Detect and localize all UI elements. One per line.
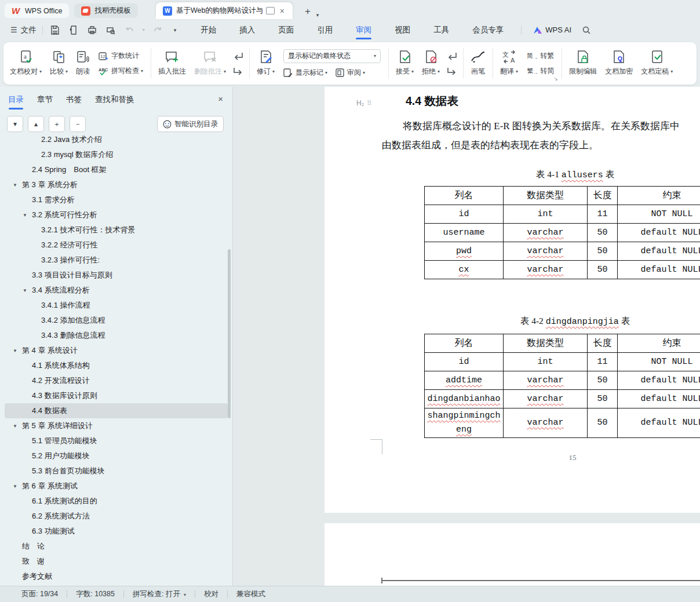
toc-item[interactable]: 5.2 用户功能模块: [5, 448, 228, 464]
tab-current-document[interactable]: W 基于Web的购物网站设计与实 ×: [156, 2, 293, 19]
table-cell[interactable]: id: [425, 353, 504, 371]
toc-item[interactable]: 3.3 项目设计目标与原则: [5, 268, 228, 283]
header-cell[interactable]: 列名: [425, 187, 504, 205]
to-traditional-button[interactable]: 简→ 转繁: [527, 50, 554, 61]
tab-list-chevron-icon[interactable]: ▾: [316, 12, 319, 19]
table-cell[interactable]: id: [425, 205, 504, 224]
toc-item[interactable]: 4.2 开发流程设计: [5, 373, 228, 388]
toc-item[interactable]: 4.3 数据库设计原则: [5, 388, 228, 403]
menu-tab-开始[interactable]: 开始: [189, 19, 228, 41]
toolbar-chevron-icon[interactable]: ▾: [174, 27, 177, 33]
table-caption[interactable]: 表 4-1 allusers 表: [424, 169, 700, 181]
show-markup-button[interactable]: 显示标记▾: [283, 67, 327, 78]
toc-item[interactable]: 5.1 管理员功能模块: [5, 433, 228, 448]
table-cell[interactable]: default NULL: [618, 408, 700, 438]
menu-tab-引用[interactable]: 引用: [305, 19, 344, 41]
toc-item[interactable]: 4.4 数据表: [5, 403, 228, 418]
group-expand-icon[interactable]: ↘: [554, 76, 559, 82]
toc-item[interactable]: ▼3.4 系统流程分析: [5, 283, 228, 298]
document-page-15[interactable]: H₂ ⠿ 4.4 数据表 将数据库概念设计的 E-R 图转换为关系数据库。在关系…: [325, 87, 700, 513]
table-cell[interactable]: varchar: [504, 408, 588, 438]
table-cell[interactable]: int: [504, 205, 588, 224]
toc-item[interactable]: 致 谢: [5, 554, 228, 569]
menu-tab-视图[interactable]: 视图: [383, 19, 422, 41]
table-cell[interactable]: NOT NULL: [618, 205, 700, 224]
word-count-indicator[interactable]: 字数: 10385: [76, 589, 115, 599]
smart-toc-button[interactable]: 智能识别目录: [157, 116, 224, 132]
delete-comment-button[interactable]: 删除批注▾: [190, 42, 230, 85]
toc-item[interactable]: 3.2.3 操作可行性:: [5, 253, 228, 268]
table-cell[interactable]: 50: [588, 224, 618, 242]
table-cell[interactable]: varchar: [504, 371, 588, 390]
pane-tab-目录[interactable]: 目录: [8, 94, 24, 110]
toc-item[interactable]: 2.2 Java 技术介绍: [5, 136, 228, 147]
toc-item[interactable]: 6.3 功能测试: [5, 524, 228, 539]
table-cell[interactable]: int: [504, 353, 588, 371]
table-cell[interactable]: default NULL: [618, 242, 700, 261]
header-cell[interactable]: 约束: [618, 187, 700, 205]
markup-state-select[interactable]: 显示标记的最终状态▾: [283, 49, 381, 63]
previous-comment-icon[interactable]: [233, 52, 243, 60]
body-paragraph[interactable]: 将数据库概念设计的 E-R 图转换为关系数据库。在关系数据库中 由数据表组成，但…: [382, 116, 700, 155]
toc-item[interactable]: 3.4.3 删除信息流程: [5, 328, 228, 343]
table-cell[interactable]: addtime: [425, 371, 504, 390]
header-cell[interactable]: 长度: [588, 334, 618, 353]
table-cell[interactable]: default NULL: [618, 224, 700, 242]
collapse-arrow-icon[interactable]: ▼: [13, 348, 17, 353]
word-count-button[interactable]: 12 字数统计: [99, 50, 143, 61]
table-cell[interactable]: default NULL: [618, 261, 700, 279]
pane-tab-章节[interactable]: 章节: [37, 94, 53, 110]
pane-scrollbar-thumb[interactable]: [228, 249, 231, 418]
collapse-arrow-icon[interactable]: ▼: [23, 288, 27, 293]
table-cell[interactable]: 11: [588, 205, 618, 224]
collapse-arrow-icon[interactable]: ▼: [13, 484, 17, 489]
table-cell[interactable]: 11: [588, 353, 618, 371]
table-cell[interactable]: varchar: [504, 242, 588, 261]
pane-tab-书签[interactable]: 书签: [66, 94, 82, 110]
menu-tab-会员专享[interactable]: 会员专享: [461, 19, 515, 41]
undo-icon[interactable]: [124, 25, 134, 35]
toc-item[interactable]: 2.4 Spring Boot 框架: [5, 162, 228, 177]
review-mode-button[interactable]: 审阅▾: [336, 67, 365, 78]
toc-item[interactable]: 参考文献: [5, 569, 228, 584]
menu-tab-页面[interactable]: 页面: [267, 19, 305, 41]
section-heading[interactable]: 4.4 数据表: [406, 93, 458, 109]
wps-ai-button[interactable]: WPS AI: [533, 25, 571, 34]
popout-window-icon[interactable]: [266, 7, 275, 14]
toc-item[interactable]: 2.3 mysql 数据库介绍: [5, 147, 228, 162]
export-pdf-icon[interactable]: [68, 25, 79, 35]
table-cell[interactable]: NOT NULL: [618, 353, 700, 371]
encrypt-document-button[interactable]: 文档加密: [601, 42, 637, 85]
table-cell[interactable]: shangpinmingcheng: [425, 408, 504, 438]
table-cell[interactable]: 50: [588, 242, 618, 261]
pane-tab-查找和替换[interactable]: 查找和替换: [95, 94, 134, 110]
doc-proof-button[interactable]: a 文档校对▾: [6, 42, 46, 85]
toc-item[interactable]: 3.4.2 添加信息流程: [5, 313, 228, 328]
insert-comment-button[interactable]: 插入批注: [154, 42, 190, 85]
toc-item[interactable]: 5.3 前台首页功能模块: [5, 464, 228, 479]
table-cell[interactable]: pwd: [425, 242, 504, 261]
table-cell[interactable]: varchar: [504, 390, 588, 408]
data-table-allusers[interactable]: 列名数据类型长度约束idint11NOT NULLusernamevarchar…: [424, 186, 700, 279]
table-cell[interactable]: varchar: [504, 261, 588, 279]
collapse-arrow-icon[interactable]: ▼: [23, 213, 27, 218]
expand-all-button[interactable]: ▾: [7, 116, 23, 132]
toc-item[interactable]: 4.1 系统体系结构: [5, 358, 228, 373]
proofread-button[interactable]: 校对: [204, 589, 218, 599]
toc-item[interactable]: 结 论: [5, 539, 228, 554]
table-cell[interactable]: 50: [588, 261, 618, 279]
new-tab-button[interactable]: +: [302, 6, 313, 19]
finalize-document-button[interactable]: 文档定稿▾: [637, 42, 677, 85]
tab-docer-templates[interactable]: 找稻壳模板: [74, 3, 138, 18]
toc-item[interactable]: 3.1 需求分析: [5, 192, 228, 207]
zoom-in-outline-button[interactable]: ＋: [49, 116, 65, 132]
file-menu[interactable]: 文件: [21, 25, 37, 35]
hamburger-icon[interactable]: ☰: [10, 25, 17, 34]
close-tab-icon[interactable]: ×: [279, 6, 286, 16]
collapse-all-button[interactable]: ▴: [28, 116, 44, 132]
print-icon[interactable]: [87, 25, 97, 35]
collapse-arrow-icon[interactable]: ▼: [13, 424, 17, 429]
page-indicator[interactable]: 页面: 19/34: [21, 589, 58, 599]
table-cell[interactable]: dingdanbianhao: [425, 390, 504, 408]
print-preview-icon[interactable]: [105, 25, 116, 35]
